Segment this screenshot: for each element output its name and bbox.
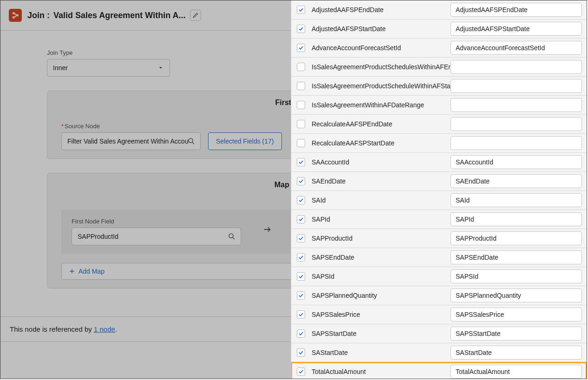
required-star: *	[61, 123, 64, 130]
field-checkbox[interactable]	[297, 272, 305, 281]
field-row: IsSalesAgreementWithinAFDateRange	[291, 96, 587, 115]
field-name-label: SAPSPlannedQuantity	[312, 292, 451, 299]
field-row: RecalculateAAFSPEndDate	[291, 115, 587, 134]
field-name-label: AdvanceAccountForecastSetId	[312, 44, 451, 52]
field-checkbox[interactable]	[297, 82, 305, 90]
field-output-input[interactable]: AdjustedAAFSPStartDate	[451, 22, 582, 36]
field-checkbox[interactable]	[297, 196, 305, 204]
first-node-field-input[interactable]: SAPProductId	[72, 228, 241, 245]
join-type-select[interactable]: Inner	[47, 59, 170, 77]
chevron-down-icon	[157, 65, 164, 71]
field-output-input[interactable]: SAStartDate	[451, 346, 582, 360]
field-output-input[interactable]	[451, 60, 582, 74]
field-checkbox[interactable]	[297, 367, 305, 376]
svg-point-5	[229, 234, 233, 238]
title-prefix: Join :	[27, 11, 50, 20]
field-checkbox[interactable]	[297, 120, 305, 128]
search-icon	[228, 232, 236, 241]
field-name-label: SAPSSalesPrice	[312, 311, 451, 318]
field-checkbox[interactable]	[297, 291, 305, 300]
field-checkbox[interactable]	[297, 63, 305, 71]
selected-fields-panel: AdjustedAAFSPEndDateAdjustedAAFSPEndDate…	[291, 0, 587, 379]
field-name-label: IsSalesAgreementProductSchedulesWithinAF…	[312, 63, 451, 71]
selected-fields-button[interactable]: Selected Fields (17)	[208, 132, 282, 150]
reference-link[interactable]: 1 node	[94, 325, 115, 333]
svg-point-0	[13, 13, 14, 14]
edit-title-button[interactable]	[190, 10, 201, 21]
field-output-input[interactable]: TotalActualAmount	[451, 365, 582, 379]
field-name-label: SAPProductId	[312, 235, 451, 242]
field-name-label: SAStartDate	[312, 349, 451, 356]
svg-point-2	[17, 15, 18, 16]
field-row: AdvanceAccountForecastSetIdAdvanceAccoun…	[291, 39, 587, 58]
field-checkbox[interactable]	[297, 101, 305, 109]
field-name-label: SAId	[312, 197, 451, 204]
svg-line-4	[192, 142, 194, 144]
first-node-field-label: First Node Field	[72, 218, 241, 225]
field-output-input[interactable]: SAAccountId	[451, 155, 582, 169]
source-node-input[interactable]: Filter Valid Sales Agreement Within Acco…	[61, 132, 201, 150]
field-output-input[interactable]: SAPSEndDate	[451, 250, 582, 264]
field-name-label: SAPSEndDate	[312, 254, 451, 261]
field-output-input[interactable]: SAPId	[451, 212, 582, 226]
field-output-input[interactable]: SAPSId	[451, 269, 582, 283]
field-checkbox[interactable]	[297, 25, 305, 33]
field-checkbox[interactable]	[297, 215, 305, 223]
field-name-label: IsSalesAgreementProductScheduleWithinAFS…	[312, 82, 451, 90]
field-row: SAPSStartDateSAPSStartDate	[291, 324, 587, 343]
join-type-value: Inner	[53, 64, 68, 72]
field-checkbox[interactable]	[297, 139, 305, 147]
field-row: AdjustedAAFSPEndDateAdjustedAAFSPEndDate	[291, 0, 587, 20]
join-icon	[9, 9, 22, 22]
plus-icon	[68, 268, 76, 275]
field-output-input[interactable]: SAId	[451, 193, 582, 207]
field-row: SAPIdSAPId	[291, 210, 587, 229]
field-row: AdjustedAAFSPStartDateAdjustedAAFSPStart…	[291, 20, 587, 39]
field-row: SAPSSalesPriceSAPSSalesPrice	[291, 305, 587, 324]
field-name-label: IsSalesAgreementWithinAFDateRange	[312, 101, 451, 109]
field-checkbox[interactable]	[297, 177, 305, 185]
field-checkbox[interactable]	[297, 253, 305, 262]
field-output-input[interactable]	[451, 98, 582, 112]
field-output-input[interactable]	[451, 117, 582, 131]
field-row: SAPProductIdSAPProductId	[291, 229, 587, 248]
field-output-input[interactable]: AdjustedAAFSPEndDate	[451, 3, 582, 17]
field-row: SAStartDateSAStartDate	[291, 343, 587, 362]
field-row: IsSalesAgreementProductSchedulesWithinAF…	[291, 58, 587, 77]
field-row: SAPSEndDateSAPSEndDate	[291, 248, 587, 267]
field-output-input[interactable]: AdvanceAccountForecastSetId	[451, 41, 582, 55]
field-row: RecalculateAAFSPStartDate	[291, 134, 587, 153]
field-checkbox[interactable]	[297, 44, 305, 52]
field-checkbox[interactable]	[297, 329, 305, 338]
field-row: SAIdSAId	[291, 191, 587, 210]
svg-point-3	[189, 138, 193, 143]
field-name-label: SAEndDate	[312, 177, 451, 185]
field-output-input[interactable]: SAPSPlannedQuantity	[451, 288, 582, 302]
field-output-input[interactable]: SAPSStartDate	[451, 327, 582, 341]
field-row: SAPSPlannedQuantitySAPSPlannedQuantity	[291, 286, 587, 305]
field-checkbox[interactable]	[297, 348, 305, 357]
field-checkbox[interactable]	[297, 310, 305, 319]
field-row: SAPSIdSAPSId	[291, 267, 587, 286]
source-node-label: Source Node	[65, 123, 100, 130]
field-row: SAAccountIdSAAccountId	[291, 153, 587, 172]
field-name-label: TotalActualAmount	[312, 368, 451, 375]
field-output-input[interactable]	[451, 79, 582, 93]
field-row: TotalActualAmountTotalActualAmount	[291, 362, 587, 379]
field-output-input[interactable]: SAPProductId	[451, 231, 582, 245]
field-name-label: AdjustedAAFSPEndDate	[312, 6, 451, 13]
field-name-label: AdjustedAAFSPStartDate	[312, 25, 451, 33]
field-name-label: SAPId	[312, 216, 451, 223]
field-checkbox[interactable]	[297, 6, 305, 14]
search-icon	[187, 137, 196, 145]
field-name-label: SAAccountId	[312, 158, 451, 166]
svg-line-6	[233, 237, 235, 239]
field-name-label: SAPSId	[312, 273, 451, 280]
field-output-input[interactable]: SAEndDate	[451, 174, 582, 188]
field-name-label: SAPSStartDate	[312, 330, 451, 337]
field-output-input[interactable]: SAPSSalesPrice	[451, 308, 582, 321]
field-checkbox[interactable]	[297, 234, 305, 242]
svg-point-1	[13, 17, 14, 18]
field-checkbox[interactable]	[297, 158, 305, 166]
field-output-input[interactable]	[451, 136, 582, 150]
